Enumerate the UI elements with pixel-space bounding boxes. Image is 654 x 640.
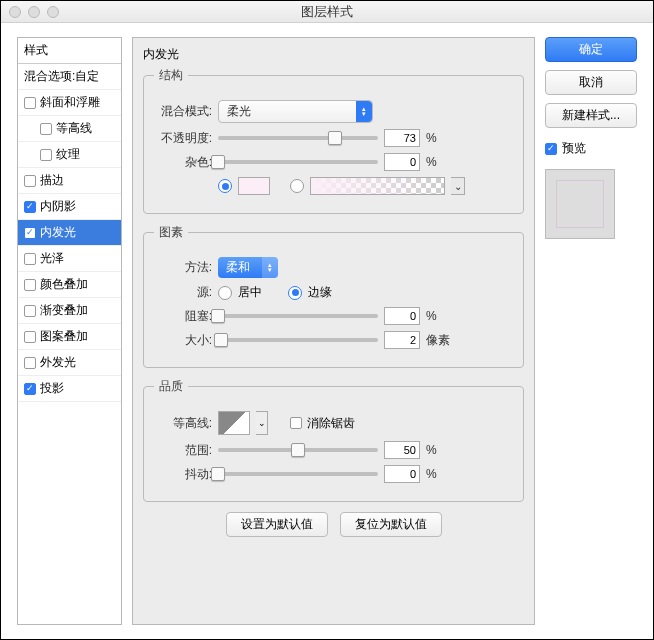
opacity-slider[interactable] — [218, 129, 378, 147]
close-icon[interactable] — [9, 6, 21, 18]
noise-label: 杂色: — [154, 154, 212, 171]
style-item[interactable]: 光泽 — [18, 246, 121, 272]
jitter-slider[interactable] — [218, 465, 378, 483]
choke-unit: % — [426, 309, 437, 323]
style-item[interactable]: 纹理 — [18, 142, 121, 168]
zoom-icon[interactable] — [47, 6, 59, 18]
source-edge-label: 边缘 — [308, 284, 332, 301]
style-item[interactable]: 渐变叠加 — [18, 298, 121, 324]
size-label: 大小: — [154, 332, 212, 349]
blend-mode-select[interactable]: 柔光 — [218, 100, 373, 123]
gradient-radio[interactable] — [290, 179, 304, 193]
chevron-updown-icon — [356, 101, 372, 122]
noise-unit: % — [426, 155, 437, 169]
style-checkbox[interactable] — [40, 149, 52, 161]
make-default-button[interactable]: 设置为默认值 — [226, 512, 328, 537]
style-checkbox[interactable] — [24, 175, 36, 187]
styles-list: 样式 混合选项:自定 斜面和浮雕等高线纹理描边内阴影内发光光泽颜色叠加渐变叠加图… — [17, 37, 122, 625]
style-item-label: 内阴影 — [40, 198, 76, 215]
size-input[interactable] — [384, 331, 420, 349]
contour-dropdown-icon[interactable] — [256, 411, 268, 435]
blend-options-label: 混合选项:自定 — [24, 68, 99, 85]
new-style-button[interactable]: 新建样式... — [545, 103, 637, 128]
color-swatch[interactable] — [238, 177, 270, 195]
style-item-label: 光泽 — [40, 250, 64, 267]
side-buttons: 确定 取消 新建样式... 预览 — [545, 37, 637, 625]
preview-checkbox[interactable] — [545, 143, 557, 155]
style-item[interactable]: 颜色叠加 — [18, 272, 121, 298]
style-item[interactable]: 内阴影 — [18, 194, 121, 220]
style-item-label: 外发光 — [40, 354, 76, 371]
contour-picker[interactable] — [218, 411, 250, 435]
choke-slider[interactable] — [218, 307, 378, 325]
blend-options-row[interactable]: 混合选项:自定 — [18, 64, 121, 90]
style-item[interactable]: 描边 — [18, 168, 121, 194]
source-label: 源: — [154, 284, 212, 301]
gradient-swatch[interactable] — [310, 177, 445, 195]
style-item-label: 描边 — [40, 172, 64, 189]
technique-value: 柔和 — [226, 259, 250, 276]
jitter-label: 抖动: — [154, 466, 212, 483]
chevron-updown-icon — [262, 257, 278, 278]
antialias-checkbox[interactable] — [290, 417, 302, 429]
style-checkbox[interactable] — [24, 227, 36, 239]
layer-style-window: 图层样式 样式 混合选项:自定 斜面和浮雕等高线纹理描边内阴影内发光光泽颜色叠加… — [0, 0, 654, 640]
style-checkbox[interactable] — [40, 123, 52, 135]
range-slider[interactable] — [218, 441, 378, 459]
preview-thumbnail — [545, 169, 615, 239]
style-item-label: 渐变叠加 — [40, 302, 88, 319]
styles-header[interactable]: 样式 — [18, 38, 121, 64]
style-item[interactable]: 外发光 — [18, 350, 121, 376]
noise-input[interactable] — [384, 153, 420, 171]
style-item-label: 等高线 — [56, 120, 92, 137]
size-unit: 像素 — [426, 332, 450, 349]
gradient-dropdown-icon[interactable] — [451, 177, 465, 195]
main-panel: 内发光 结构 混合模式: 柔光 不透明度: % 杂色: — [132, 37, 535, 625]
structure-legend: 结构 — [154, 67, 188, 84]
traffic-lights — [9, 6, 59, 18]
choke-input[interactable] — [384, 307, 420, 325]
style-item[interactable]: 等高线 — [18, 116, 121, 142]
contour-label: 等高线: — [154, 415, 212, 432]
range-label: 范围: — [154, 442, 212, 459]
style-checkbox[interactable] — [24, 97, 36, 109]
technique-label: 方法: — [154, 259, 212, 276]
jitter-unit: % — [426, 467, 437, 481]
style-checkbox[interactable] — [24, 357, 36, 369]
style-item[interactable]: 图案叠加 — [18, 324, 121, 350]
style-checkbox[interactable] — [24, 305, 36, 317]
color-radio[interactable] — [218, 179, 232, 193]
noise-slider[interactable] — [218, 153, 378, 171]
elements-legend: 图素 — [154, 224, 188, 241]
style-checkbox[interactable] — [24, 201, 36, 213]
style-checkbox[interactable] — [24, 383, 36, 395]
style-item-label: 投影 — [40, 380, 64, 397]
quality-legend: 品质 — [154, 378, 188, 395]
technique-select[interactable]: 柔和 — [218, 257, 278, 278]
opacity-input[interactable] — [384, 129, 420, 147]
style-item[interactable]: 投影 — [18, 376, 121, 402]
antialias-label: 消除锯齿 — [307, 415, 355, 432]
size-slider[interactable] — [218, 331, 378, 349]
window-title: 图层样式 — [301, 3, 353, 21]
minimize-icon[interactable] — [28, 6, 40, 18]
source-edge-radio[interactable] — [288, 286, 302, 300]
style-checkbox[interactable] — [24, 253, 36, 265]
ok-button[interactable]: 确定 — [545, 37, 637, 62]
style-item[interactable]: 内发光 — [18, 220, 121, 246]
quality-group: 品质 等高线: 消除锯齿 范围: % — [143, 378, 524, 502]
style-item-label: 纹理 — [56, 146, 80, 163]
style-item[interactable]: 斜面和浮雕 — [18, 90, 121, 116]
default-buttons: 设置为默认值 复位为默认值 — [143, 512, 524, 537]
jitter-input[interactable] — [384, 465, 420, 483]
source-center-radio[interactable] — [218, 286, 232, 300]
titlebar[interactable]: 图层样式 — [1, 1, 653, 23]
opacity-unit: % — [426, 131, 437, 145]
range-input[interactable] — [384, 441, 420, 459]
range-unit: % — [426, 443, 437, 457]
cancel-button[interactable]: 取消 — [545, 70, 637, 95]
opacity-label: 不透明度: — [154, 130, 212, 147]
reset-default-button[interactable]: 复位为默认值 — [340, 512, 442, 537]
style-checkbox[interactable] — [24, 331, 36, 343]
style-checkbox[interactable] — [24, 279, 36, 291]
